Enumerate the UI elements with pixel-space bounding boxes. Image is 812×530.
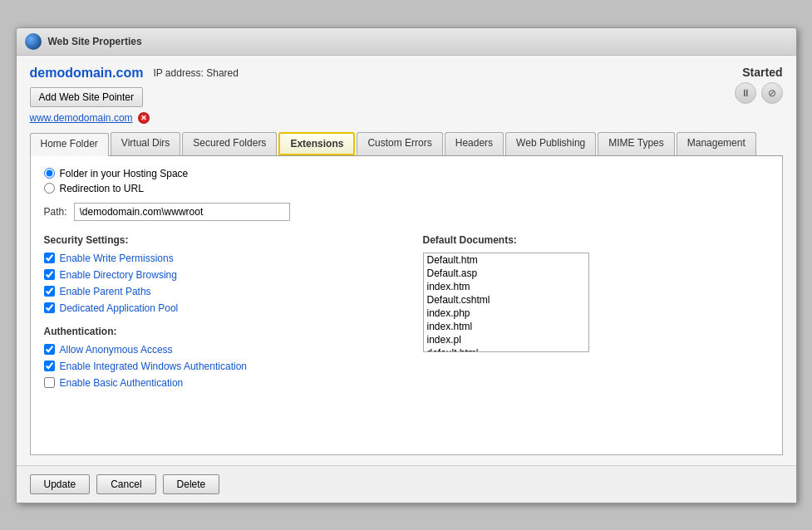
tab-management[interactable]: Management — [677, 132, 756, 155]
window-title: Web Site Properties — [48, 36, 142, 47]
globe-icon — [25, 33, 42, 50]
radio-hosting[interactable] — [44, 168, 55, 179]
checkbox-app-pool-label[interactable]: Dedicated Application Pool — [60, 302, 179, 314]
main-window: Web Site Properties demodomain.com IP ad… — [16, 27, 797, 503]
tab-extensions[interactable]: Extensions — [278, 132, 355, 155]
security-title: Security Settings: — [44, 234, 390, 246]
add-pointer-button[interactable]: Add Web Site Pointer — [30, 87, 144, 107]
status-text: Started — [735, 66, 783, 79]
docs-title: Default Documents: — [423, 234, 769, 246]
tab-headers[interactable]: Headers — [445, 132, 504, 155]
main-content: Folder in your Hosting Space Redirection… — [30, 156, 783, 455]
radio-redirect[interactable] — [44, 183, 55, 194]
tab-custom-errors[interactable]: Custom Errors — [357, 132, 442, 155]
update-button[interactable]: Update — [30, 474, 91, 494]
list-item[interactable]: Default.cshtml — [424, 293, 588, 307]
checkbox-integrated-windows-input[interactable] — [44, 361, 55, 371]
docs-section: Default Documents: Default.htmDefault.as… — [423, 234, 769, 394]
cancel-button[interactable]: Cancel — [96, 474, 155, 494]
checkbox-anon-access-input[interactable] — [44, 344, 55, 355]
checkbox-basic-auth: Enable Basic Authentication — [44, 377, 390, 389]
domain-info: demodomain.com IP address: Shared — [30, 66, 239, 81]
checkbox-write-perms-input[interactable] — [44, 253, 55, 263]
auth-title: Authentication: — [44, 326, 390, 337]
tabs-bar: Home Folder Virtual Dirs Secured Folders… — [30, 132, 783, 156]
checkbox-write-perms: Enable Write Permissions — [44, 253, 390, 264]
list-item[interactable]: Default.asp — [424, 267, 588, 280]
path-label: Path: — [44, 206, 67, 218]
list-item[interactable]: index.pl — [424, 333, 588, 346]
title-bar: Web Site Properties — [17, 28, 796, 56]
checkbox-parent-paths: Enable Parent Paths — [44, 286, 390, 297]
list-item[interactable]: index.php — [424, 307, 588, 320]
list-item[interactable]: index.html — [424, 320, 588, 333]
stop-button[interactable]: ⊘ — [761, 82, 783, 104]
checkbox-dir-browsing: Enable Directory Browsing — [44, 269, 390, 281]
delete-button[interactable]: Delete — [163, 474, 220, 494]
checkbox-app-pool-input[interactable] — [44, 302, 55, 313]
security-section: Security Settings: Enable Write Permissi… — [44, 234, 390, 394]
radio-group: Folder in your Hosting Space Redirection… — [44, 168, 769, 194]
ip-address: IP address: Shared — [153, 67, 239, 79]
remove-site-icon[interactable]: ✕ — [138, 112, 150, 124]
auth-section: Authentication: Allow Anonymous Access E… — [44, 326, 390, 389]
radio-hosting-label[interactable]: Folder in your Hosting Space — [60, 168, 189, 179]
checkbox-parent-paths-input[interactable] — [44, 286, 55, 297]
tab-web-publishing[interactable]: Web Publishing — [505, 132, 596, 155]
status-icons: ⏸ ⊘ — [735, 82, 783, 104]
content-area: demodomain.com IP address: Shared Add We… — [17, 56, 796, 465]
footer: Update Cancel Delete — [17, 465, 796, 503]
checkbox-integrated-windows-label[interactable]: Enable Integrated Windows Authentication — [60, 361, 247, 372]
checkbox-app-pool: Dedicated Application Pool — [44, 302, 390, 314]
checkbox-basic-auth-label: Enable Basic Authentication — [60, 377, 184, 389]
radio-redirect-label[interactable]: Redirection to URL — [60, 183, 144, 194]
checkbox-dir-browsing-input[interactable] — [44, 269, 55, 280]
tab-home-folder[interactable]: Home Folder — [30, 133, 109, 156]
two-column-layout: Security Settings: Enable Write Permissi… — [44, 234, 769, 394]
checkbox-integrated-windows: Enable Integrated Windows Authentication — [44, 361, 390, 372]
site-link[interactable]: www.demodomain.com — [30, 112, 133, 124]
radio-redirect-row: Redirection to URL — [44, 183, 769, 194]
status-section: Started ⏸ ⊘ — [735, 66, 783, 104]
checkbox-write-perms-label[interactable]: Enable Write Permissions — [60, 253, 174, 264]
tab-virtual-dirs[interactable]: Virtual Dirs — [111, 132, 180, 155]
checkbox-parent-paths-label[interactable]: Enable Parent Paths — [60, 286, 151, 297]
checkbox-dir-browsing-label[interactable]: Enable Directory Browsing — [60, 269, 177, 281]
path-input[interactable]: \demodomain.com\wwwroot — [74, 203, 290, 221]
tab-mime-types[interactable]: MIME Types — [598, 132, 674, 155]
checkbox-anon-access-label[interactable]: Allow Anonymous Access — [60, 344, 173, 356]
checkbox-anon-access: Allow Anonymous Access — [44, 344, 390, 356]
domain-section: demodomain.com IP address: Shared Add We… — [30, 66, 239, 124]
pause-button[interactable]: ⏸ — [735, 82, 756, 104]
radio-hosting-row: Folder in your Hosting Space — [44, 168, 769, 179]
site-link-row: www.demodomain.com ✕ — [30, 112, 239, 124]
checkbox-basic-auth-input[interactable] — [44, 377, 55, 388]
domain-link[interactable]: demodomain.com — [30, 66, 144, 81]
header-row: demodomain.com IP address: Shared Add We… — [30, 66, 783, 124]
path-row: Path: \demodomain.com\wwwroot — [44, 203, 769, 221]
list-item[interactable]: default.html — [424, 346, 588, 352]
tab-secured-folders[interactable]: Secured Folders — [182, 132, 277, 155]
doc-list[interactable]: Default.htmDefault.aspindex.htmDefault.c… — [423, 253, 589, 352]
list-item[interactable]: index.htm — [424, 280, 588, 293]
list-item[interactable]: Default.htm — [424, 253, 588, 267]
